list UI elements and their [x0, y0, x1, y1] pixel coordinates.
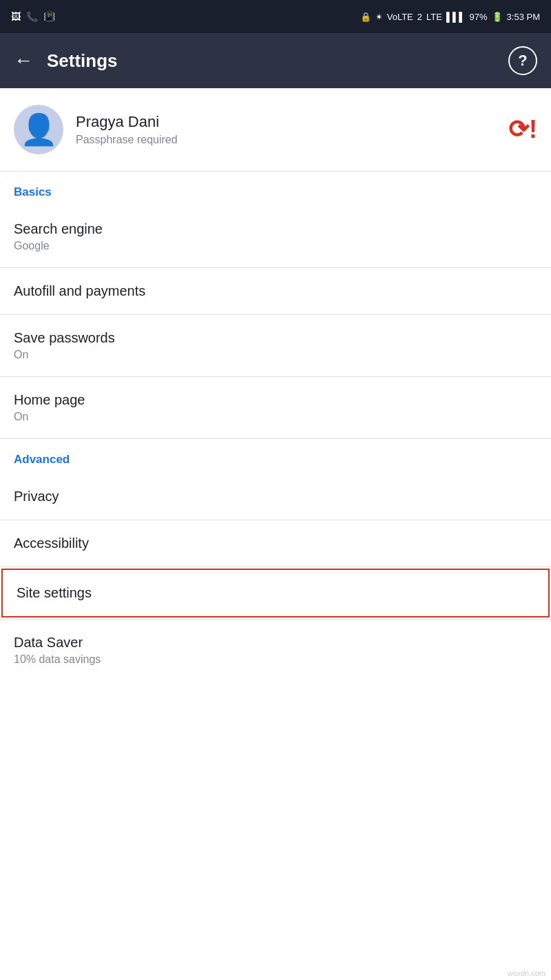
basics-section-header: Basics [0, 172, 551, 206]
network-icon: 2 [417, 12, 422, 22]
time-label: 3:53 PM [507, 12, 540, 22]
bluetooth-icon: ✴ [375, 12, 383, 22]
watermark: wsxdn.com [508, 969, 545, 977]
battery-icon: 🔋 [492, 12, 503, 22]
autofill-item[interactable]: Autofill and payments [0, 268, 551, 314]
site-settings-item[interactable]: Site settings [1, 569, 550, 617]
battery-label: 97% [470, 12, 488, 22]
data-saver-title: Data Saver [14, 635, 537, 651]
search-engine-subtitle: Google [14, 240, 537, 252]
lock-icon: 🔒 [360, 12, 371, 22]
privacy-item[interactable]: Privacy [0, 473, 551, 520]
sync-error-icon: ⟳! [508, 115, 537, 144]
advanced-section-header: Advanced [0, 439, 551, 473]
save-passwords-subtitle: On [14, 349, 537, 361]
profile-left: 👤 Pragya Dani Passphrase required [14, 105, 178, 154]
divider-6 [0, 566, 551, 567]
back-button[interactable]: ← [14, 51, 33, 70]
basics-label: Basics [14, 185, 52, 198]
home-page-item[interactable]: Home page On [0, 377, 551, 438]
site-settings-title: Site settings [17, 585, 534, 601]
phone-icon: 📞 [26, 11, 38, 22]
profile-name: Pragya Dani [76, 113, 178, 131]
data-saver-subtitle: 10% data savings [14, 653, 537, 666]
search-engine-title: Search engine [14, 221, 537, 237]
voicemail-icon: 📳 [43, 11, 55, 22]
help-button[interactable]: ? [508, 46, 537, 75]
save-passwords-item[interactable]: Save passwords On [0, 315, 551, 376]
profile-subtitle: Passphrase required [76, 134, 178, 146]
privacy-title: Privacy [14, 489, 537, 504]
advanced-label: Advanced [14, 453, 70, 466]
autofill-title: Autofill and payments [14, 283, 537, 299]
nav-left: ← Settings [14, 50, 118, 72]
status-bar: 🖼 📞 📳 🔒 ✴ VoLTE 2 LTE ▌▌▌ 97% 🔋 3:53 PM [0, 0, 551, 33]
signal-icon: ▌▌▌ [446, 12, 466, 22]
status-bar-right: 🔒 ✴ VoLTE 2 LTE ▌▌▌ 97% 🔋 3:53 PM [360, 12, 540, 22]
nav-bar: ← Settings ? [0, 33, 551, 88]
photo-icon: 🖼 [11, 11, 21, 22]
accessibility-item[interactable]: Accessibility [0, 520, 551, 566]
save-passwords-title: Save passwords [14, 330, 537, 346]
status-bar-left: 🖼 📞 📳 [11, 11, 55, 22]
profile-info: Pragya Dani Passphrase required [76, 113, 178, 146]
lte-label: VoLTE [387, 12, 413, 22]
home-page-subtitle: On [14, 411, 537, 423]
page-title: Settings [47, 50, 118, 72]
search-engine-item[interactable]: Search engine Google [0, 206, 551, 267]
lte2-label: LTE [426, 12, 442, 22]
avatar-icon: 👤 [20, 112, 58, 147]
profile-section[interactable]: 👤 Pragya Dani Passphrase required ⟳! [0, 88, 551, 171]
data-saver-item[interactable]: Data Saver 10% data savings [0, 620, 551, 681]
accessibility-title: Accessibility [14, 535, 537, 551]
home-page-title: Home page [14, 392, 537, 408]
avatar: 👤 [14, 105, 63, 154]
